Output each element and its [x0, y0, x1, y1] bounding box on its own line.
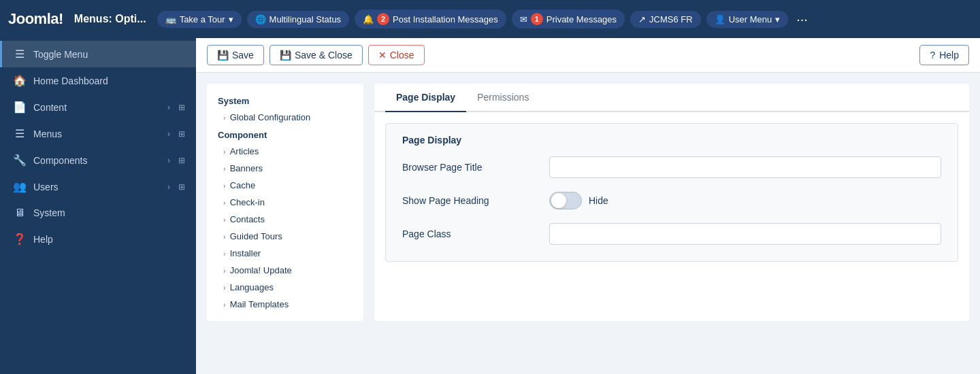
sidebar-item-label-system: System [33, 207, 185, 218]
more-options-button[interactable]: ··· [794, 12, 811, 27]
form-content: Page Display Browser Page Title Show Pag… [374, 112, 969, 273]
sidebar-item-toggle-menu[interactable]: ☰ Toggle Menu [0, 41, 196, 67]
save-icon: 💾 [217, 50, 229, 61]
private-messages-badge: 1 [531, 13, 543, 25]
mail-templates-chevron-icon: › [223, 301, 226, 309]
show-page-heading-toggle[interactable] [549, 192, 582, 209]
user-menu-label: User Menu [729, 14, 772, 24]
private-messages-label: Private Messages [546, 14, 617, 24]
side-menu-item-installer[interactable]: › Installer [207, 245, 363, 262]
side-menu-item-languages[interactable]: › Languages [207, 279, 363, 296]
cache-chevron-icon: › [223, 182, 226, 190]
navbar-title: Menus: Opti... [74, 13, 146, 25]
side-menu-item-banners[interactable]: › Banners [207, 160, 363, 177]
sidebar-item-home-dashboard[interactable]: 🏠 Home Dashboard [0, 67, 196, 94]
menus-icon: ☰ [13, 127, 27, 140]
help-label: Help [939, 50, 959, 61]
logo-text: Joomla! [8, 10, 63, 28]
page-display-group: Page Display Browser Page Title Show Pag… [385, 123, 958, 262]
toolbar: 💾 Save 💾 Save & Close Close ? Help [196, 38, 980, 73]
sidebar-item-system[interactable]: 🖥 System [0, 200, 196, 226]
sidebar-item-label-content: Content [33, 102, 161, 113]
side-menu-item-guided-tours[interactable]: › Guided Tours [207, 228, 363, 245]
help-button[interactable]: ? Help [919, 45, 969, 65]
toggle-knob [551, 193, 566, 208]
mail-templates-label: Mail Templates [230, 299, 289, 309]
external-icon: ↗ [638, 14, 646, 24]
joomla-update-label: Joomla! Update [230, 265, 292, 275]
components-grid-icon: ⊞ [178, 156, 185, 165]
side-menu-item-joomla-update[interactable]: › Joomla! Update [207, 262, 363, 279]
chevron-down-icon: ▾ [229, 14, 233, 24]
tab-page-display[interactable]: Page Display [385, 84, 466, 112]
sidebar-item-menus[interactable]: ☰ Menus › ⊞ [0, 120, 196, 147]
page-class-row: Page Class [402, 223, 941, 245]
joomla-update-chevron-icon: › [223, 267, 226, 275]
articles-label: Articles [230, 146, 259, 156]
multilingual-status-button[interactable]: 🌐 Multilingual Status [247, 11, 350, 28]
sidebar-item-components[interactable]: 🔧 Components › ⊞ [0, 147, 196, 173]
installer-chevron-icon: › [223, 250, 226, 258]
global-config-chevron-icon: › [223, 114, 226, 122]
form-group-title: Page Display [402, 135, 941, 146]
main-layout: ☰ Toggle Menu 🏠 Home Dashboard 📄 Content… [0, 38, 980, 374]
languages-label: Languages [230, 282, 274, 292]
cache-label: Cache [230, 180, 256, 190]
show-page-heading-row: Show Page Heading Hide [402, 192, 941, 209]
bell-icon: 🔔 [363, 14, 374, 24]
sidebar-item-users[interactable]: 👥 Users › ⊞ [0, 173, 196, 200]
form-panel: Page Display Permissions Page Display Br… [374, 84, 969, 321]
navbar-logo[interactable]: Joomla! [8, 10, 63, 28]
banners-label: Banners [230, 163, 263, 173]
toggle-container: Hide [549, 192, 608, 209]
side-menu-item-check-in[interactable]: › Check-in [207, 194, 363, 211]
save-close-button[interactable]: 💾 Save & Close [270, 45, 363, 65]
user-circle-icon: 👤 [715, 14, 725, 24]
sidebar-item-content[interactable]: 📄 Content › ⊞ [0, 94, 196, 120]
multilingual-label: Multilingual Status [270, 14, 342, 24]
menus-arrow-icon: › [167, 129, 170, 139]
post-installation-button[interactable]: 🔔 2 Post Installation Messages [355, 10, 506, 29]
content-area: System › Global Configuration Component … [196, 73, 980, 332]
side-menu-item-global-config[interactable]: › Global Configuration [207, 109, 363, 126]
page-class-input[interactable] [549, 223, 941, 245]
home-icon: 🏠 [13, 74, 27, 87]
content-arrow-icon: › [167, 103, 170, 112]
sidebar-item-label-help: Help [33, 234, 185, 245]
browser-page-title-row: Browser Page Title [402, 156, 941, 178]
side-menu-item-cache[interactable]: › Cache [207, 177, 363, 194]
components-arrow-icon: › [167, 156, 170, 165]
check-in-chevron-icon: › [223, 199, 226, 207]
side-menu-item-articles[interactable]: › Articles [207, 143, 363, 160]
tabs: Page Display Permissions [374, 84, 969, 112]
sidebar-item-label-components: Components [33, 155, 161, 166]
toggle-menu-icon: ☰ [13, 48, 27, 61]
tab-permissions-label: Permissions [477, 92, 529, 103]
sidebar-item-help[interactable]: ❓ Help [0, 226, 196, 252]
show-page-heading-label: Show Page Heading [402, 195, 538, 206]
content-icon: 📄 [13, 101, 27, 114]
menus-grid-icon: ⊞ [178, 129, 185, 139]
top-navbar: Joomla! Menus: Opti... 🚌 Take a Tour ▾ 🌐… [0, 0, 980, 38]
side-menu-item-contacts[interactable]: › Contacts [207, 211, 363, 228]
global-config-label: Global Configuration [230, 112, 311, 122]
save-close-icon: 💾 [280, 50, 291, 61]
users-arrow-icon: › [167, 182, 170, 192]
close-x-icon [378, 50, 387, 61]
save-button[interactable]: 💾 Save [207, 45, 264, 65]
user-menu-button[interactable]: 👤 User Menu ▾ [706, 11, 789, 28]
toggle-label: Hide [589, 195, 608, 206]
side-menu-item-mail-templates[interactable]: › Mail Templates [207, 296, 363, 313]
tab-permissions[interactable]: Permissions [466, 84, 540, 112]
private-messages-button[interactable]: ✉ 1 Private Messages [512, 10, 625, 29]
contacts-label: Contacts [230, 214, 265, 224]
jcms6-fr-button[interactable]: ↗ JCMS6 FR [630, 11, 701, 28]
take-a-tour-button[interactable]: 🚌 Take a Tour ▾ [157, 11, 242, 28]
close-label: Close [390, 50, 414, 61]
close-button[interactable]: Close [368, 45, 425, 65]
content-grid-icon: ⊞ [178, 103, 185, 112]
multilingual-icon: 🌐 [255, 14, 266, 24]
help-icon: ❓ [13, 233, 27, 245]
post-installation-label: Post Installation Messages [393, 14, 498, 24]
browser-page-title-input[interactable] [549, 156, 941, 178]
